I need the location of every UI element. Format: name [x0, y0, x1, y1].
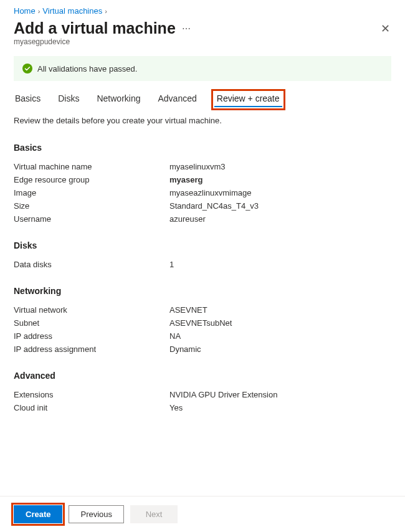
label-vm-name: Virtual machine name [14, 162, 169, 171]
tab-advanced[interactable]: Advanced [158, 92, 197, 107]
section-title-basics: Basics [14, 143, 391, 153]
label-edge-resource-group: Edge resource group [14, 175, 169, 184]
tab-basics[interactable]: Basics [15, 92, 40, 107]
section-disks: Disks Data disks 1 [14, 240, 391, 271]
label-subnet: Subnet [14, 318, 169, 328]
value-size: Standard_NC4as_T4_v3 [169, 201, 391, 211]
section-networking: Networking Virtual network ASEVNET Subne… [14, 286, 391, 356]
tab-networking[interactable]: Networking [97, 92, 140, 107]
value-edge-resource-group: myaserg [169, 175, 391, 184]
value-cloud-init: Yes [169, 403, 391, 412]
value-username: azureuser [169, 214, 391, 224]
breadcrumb-home[interactable]: Home [14, 6, 36, 16]
close-icon[interactable]: ✕ [381, 22, 391, 36]
tab-disks[interactable]: Disks [58, 92, 79, 107]
section-title-networking: Networking [14, 286, 391, 296]
label-extensions: Extensions [14, 390, 169, 399]
tab-review-create[interactable]: Review + create [214, 92, 282, 107]
previous-button[interactable]: Previous [69, 505, 124, 523]
label-size: Size [14, 201, 169, 211]
label-image: Image [14, 188, 169, 197]
validation-message: All validations have passed. [37, 64, 137, 74]
breadcrumb: Home › Virtual machines › [14, 6, 391, 16]
more-menu-icon[interactable]: ⋯ [182, 24, 191, 34]
tabs-container: Basics Disks Networking Advanced Review … [14, 92, 391, 107]
section-title-disks: Disks [14, 240, 391, 250]
label-username: Username [14, 214, 169, 224]
label-ip-address: IP address [14, 331, 169, 341]
chevron-right-icon: › [105, 7, 107, 15]
value-vm-name: myaselinuxvm3 [169, 162, 391, 171]
svg-point-0 [22, 64, 32, 74]
section-basics: Basics Virtual machine name myaselinuxvm… [14, 143, 391, 226]
value-ip-assignment: Dynamic [169, 344, 391, 354]
next-button: Next [130, 505, 178, 523]
value-data-disks: 1 [169, 260, 391, 269]
value-image: myaseazlinuxvmimage [169, 188, 391, 197]
page-subtitle: myasegpudevice [14, 37, 391, 46]
value-ip-address: NA [169, 331, 391, 341]
label-ip-assignment: IP address assignment [14, 344, 169, 354]
label-virtual-network: Virtual network [14, 305, 169, 315]
value-virtual-network: ASEVNET [169, 305, 391, 315]
value-extensions: NVIDIA GPU Driver Extension [169, 390, 391, 399]
label-cloud-init: Cloud init [14, 403, 169, 412]
page-title: Add a virtual machine [14, 19, 176, 37]
breadcrumb-virtual-machines[interactable]: Virtual machines [42, 6, 102, 16]
create-button[interactable]: Create [14, 505, 62, 523]
value-subnet: ASEVNETsubNet [169, 318, 391, 328]
tab-description: Review the details before you create you… [14, 116, 391, 125]
chevron-right-icon: › [38, 7, 40, 15]
validation-banner: All validations have passed. [14, 56, 391, 81]
footer-bar: Create Previous Next [0, 496, 405, 532]
check-circle-icon [22, 64, 32, 74]
section-title-advanced: Advanced [14, 371, 391, 381]
section-advanced: Advanced Extensions NVIDIA GPU Driver Ex… [14, 371, 391, 414]
label-data-disks: Data disks [14, 260, 169, 269]
